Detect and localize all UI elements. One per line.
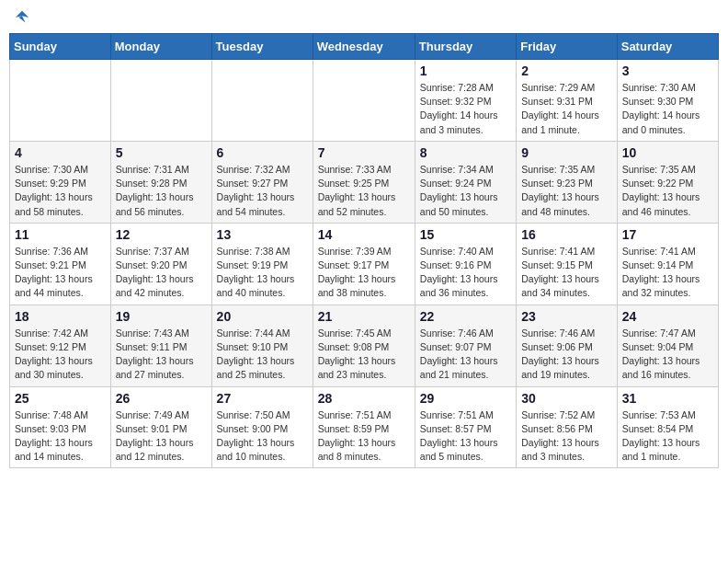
- day-number: 27: [217, 391, 308, 406]
- calendar-week-row: 1Sunrise: 7:28 AMSunset: 9:32 PMDaylight…: [10, 60, 719, 142]
- calendar-cell: 24Sunrise: 7:47 AMSunset: 9:04 PMDayligh…: [617, 304, 718, 386]
- day-number: 28: [318, 391, 410, 406]
- day-info: Sunrise: 7:48 AMSunset: 9:03 PMDaylight:…: [15, 408, 106, 465]
- svg-marker-0: [16, 11, 28, 23]
- calendar-cell: 25Sunrise: 7:48 AMSunset: 9:03 PMDayligh…: [10, 386, 111, 468]
- day-number: 20: [217, 309, 308, 324]
- weekday-header-tuesday: Tuesday: [211, 34, 313, 60]
- day-info: Sunrise: 7:46 AMSunset: 9:06 PMDaylight:…: [521, 327, 612, 383]
- calendar-cell: [211, 60, 313, 142]
- calendar-cell: 19Sunrise: 7:43 AMSunset: 9:11 PMDayligh…: [110, 304, 211, 386]
- day-number: 19: [116, 309, 207, 324]
- calendar-cell: 27Sunrise: 7:50 AMSunset: 9:00 PMDayligh…: [211, 386, 313, 468]
- day-info: Sunrise: 7:47 AMSunset: 9:04 PMDaylight:…: [622, 327, 713, 383]
- day-number: 30: [521, 391, 612, 406]
- day-number: 6: [217, 145, 308, 160]
- day-info: Sunrise: 7:42 AMSunset: 9:12 PMDaylight:…: [15, 327, 106, 383]
- day-number: 18: [15, 309, 106, 324]
- calendar-cell: 11Sunrise: 7:36 AMSunset: 9:21 PMDayligh…: [10, 223, 111, 304]
- calendar-cell: 14Sunrise: 7:39 AMSunset: 9:17 PMDayligh…: [313, 223, 415, 304]
- day-info: Sunrise: 7:31 AMSunset: 9:28 PMDaylight:…: [116, 163, 207, 219]
- day-info: Sunrise: 7:41 AMSunset: 9:14 PMDaylight:…: [622, 245, 713, 301]
- calendar-cell: 9Sunrise: 7:35 AMSunset: 9:23 PMDaylight…: [517, 141, 618, 223]
- day-info: Sunrise: 7:35 AMSunset: 9:23 PMDaylight:…: [521, 163, 612, 219]
- day-number: 21: [318, 309, 410, 324]
- calendar-week-row: 25Sunrise: 7:48 AMSunset: 9:03 PMDayligh…: [10, 386, 719, 468]
- calendar-cell: 31Sunrise: 7:53 AMSunset: 8:54 PMDayligh…: [617, 386, 718, 468]
- calendar-cell: 12Sunrise: 7:37 AMSunset: 9:20 PMDayligh…: [110, 223, 211, 304]
- day-info: Sunrise: 7:49 AMSunset: 9:01 PMDaylight:…: [116, 408, 207, 465]
- day-info: Sunrise: 7:53 AMSunset: 8:54 PMDaylight:…: [622, 408, 713, 465]
- day-info: Sunrise: 7:45 AMSunset: 9:08 PMDaylight:…: [318, 327, 410, 383]
- day-number: 11: [15, 227, 106, 242]
- calendar-cell: 4Sunrise: 7:30 AMSunset: 9:29 PMDaylight…: [10, 141, 111, 223]
- day-number: 13: [217, 227, 308, 242]
- day-info: Sunrise: 7:51 AMSunset: 8:57 PMDaylight:…: [420, 408, 511, 465]
- calendar-cell: 5Sunrise: 7:31 AMSunset: 9:28 PMDaylight…: [110, 141, 211, 223]
- weekday-header-wednesday: Wednesday: [313, 34, 415, 60]
- day-info: Sunrise: 7:30 AMSunset: 9:30 PMDaylight:…: [622, 81, 713, 137]
- logo: [13, 9, 30, 26]
- calendar-cell: 7Sunrise: 7:33 AMSunset: 9:25 PMDaylight…: [313, 141, 415, 223]
- calendar-cell: 18Sunrise: 7:42 AMSunset: 9:12 PMDayligh…: [10, 304, 111, 386]
- day-number: 29: [420, 391, 511, 406]
- day-number: 1: [420, 63, 511, 78]
- day-number: 16: [521, 227, 612, 242]
- day-number: 3: [622, 63, 713, 78]
- calendar-cell: 1Sunrise: 7:28 AMSunset: 9:32 PMDaylight…: [415, 60, 516, 142]
- day-number: 9: [521, 145, 612, 160]
- logo-bird-icon: [14, 9, 30, 26]
- page-header: [9, 9, 719, 26]
- calendar-cell: 17Sunrise: 7:41 AMSunset: 9:14 PMDayligh…: [617, 223, 718, 304]
- day-info: Sunrise: 7:46 AMSunset: 9:07 PMDaylight:…: [420, 327, 511, 383]
- day-info: Sunrise: 7:30 AMSunset: 9:29 PMDaylight:…: [15, 163, 106, 219]
- day-info: Sunrise: 7:29 AMSunset: 9:31 PMDaylight:…: [521, 81, 612, 137]
- day-number: 24: [622, 309, 713, 324]
- calendar-cell: [10, 60, 111, 142]
- day-number: 22: [420, 309, 511, 324]
- calendar-cell: 15Sunrise: 7:40 AMSunset: 9:16 PMDayligh…: [415, 223, 516, 304]
- calendar-cell: 20Sunrise: 7:44 AMSunset: 9:10 PMDayligh…: [211, 304, 313, 386]
- day-info: Sunrise: 7:41 AMSunset: 9:15 PMDaylight:…: [521, 245, 612, 301]
- calendar-cell: 3Sunrise: 7:30 AMSunset: 9:30 PMDaylight…: [617, 60, 718, 142]
- calendar-cell: 6Sunrise: 7:32 AMSunset: 9:27 PMDaylight…: [211, 141, 313, 223]
- day-number: 14: [318, 227, 410, 242]
- day-number: 2: [521, 63, 612, 78]
- calendar-week-row: 11Sunrise: 7:36 AMSunset: 9:21 PMDayligh…: [10, 223, 719, 304]
- day-info: Sunrise: 7:34 AMSunset: 9:24 PMDaylight:…: [420, 163, 511, 219]
- weekday-header-friday: Friday: [517, 34, 618, 60]
- day-info: Sunrise: 7:36 AMSunset: 9:21 PMDaylight:…: [15, 245, 106, 301]
- calendar-cell: [110, 60, 211, 142]
- calendar-cell: 2Sunrise: 7:29 AMSunset: 9:31 PMDaylight…: [517, 60, 618, 142]
- day-info: Sunrise: 7:52 AMSunset: 8:56 PMDaylight:…: [521, 408, 612, 465]
- day-number: 8: [420, 145, 511, 160]
- day-info: Sunrise: 7:51 AMSunset: 8:59 PMDaylight:…: [318, 408, 410, 465]
- calendar-cell: 22Sunrise: 7:46 AMSunset: 9:07 PMDayligh…: [415, 304, 516, 386]
- weekday-header-monday: Monday: [110, 34, 211, 60]
- day-info: Sunrise: 7:39 AMSunset: 9:17 PMDaylight:…: [318, 245, 410, 301]
- day-info: Sunrise: 7:44 AMSunset: 9:10 PMDaylight:…: [217, 327, 308, 383]
- day-info: Sunrise: 7:50 AMSunset: 9:00 PMDaylight:…: [217, 408, 308, 465]
- day-info: Sunrise: 7:35 AMSunset: 9:22 PMDaylight:…: [622, 163, 713, 219]
- calendar-cell: 16Sunrise: 7:41 AMSunset: 9:15 PMDayligh…: [517, 223, 618, 304]
- calendar-cell: 28Sunrise: 7:51 AMSunset: 8:59 PMDayligh…: [313, 386, 415, 468]
- weekday-header-row: SundayMondayTuesdayWednesdayThursdayFrid…: [10, 34, 719, 60]
- calendar-cell: 10Sunrise: 7:35 AMSunset: 9:22 PMDayligh…: [617, 141, 718, 223]
- calendar-cell: 21Sunrise: 7:45 AMSunset: 9:08 PMDayligh…: [313, 304, 415, 386]
- day-info: Sunrise: 7:32 AMSunset: 9:27 PMDaylight:…: [217, 163, 308, 219]
- day-number: 31: [622, 391, 713, 406]
- day-number: 10: [622, 145, 713, 160]
- day-info: Sunrise: 7:38 AMSunset: 9:19 PMDaylight:…: [217, 245, 308, 301]
- calendar-cell: 13Sunrise: 7:38 AMSunset: 9:19 PMDayligh…: [211, 223, 313, 304]
- calendar-cell: 8Sunrise: 7:34 AMSunset: 9:24 PMDaylight…: [415, 141, 516, 223]
- day-info: Sunrise: 7:37 AMSunset: 9:20 PMDaylight:…: [116, 245, 207, 301]
- day-info: Sunrise: 7:28 AMSunset: 9:32 PMDaylight:…: [420, 81, 511, 137]
- day-info: Sunrise: 7:33 AMSunset: 9:25 PMDaylight:…: [318, 163, 410, 219]
- day-number: 12: [116, 227, 207, 242]
- day-number: 17: [622, 227, 713, 242]
- calendar-cell: 29Sunrise: 7:51 AMSunset: 8:57 PMDayligh…: [415, 386, 516, 468]
- weekday-header-sunday: Sunday: [10, 34, 111, 60]
- calendar-cell: 23Sunrise: 7:46 AMSunset: 9:06 PMDayligh…: [517, 304, 618, 386]
- day-number: 26: [116, 391, 207, 406]
- weekday-header-saturday: Saturday: [617, 34, 718, 60]
